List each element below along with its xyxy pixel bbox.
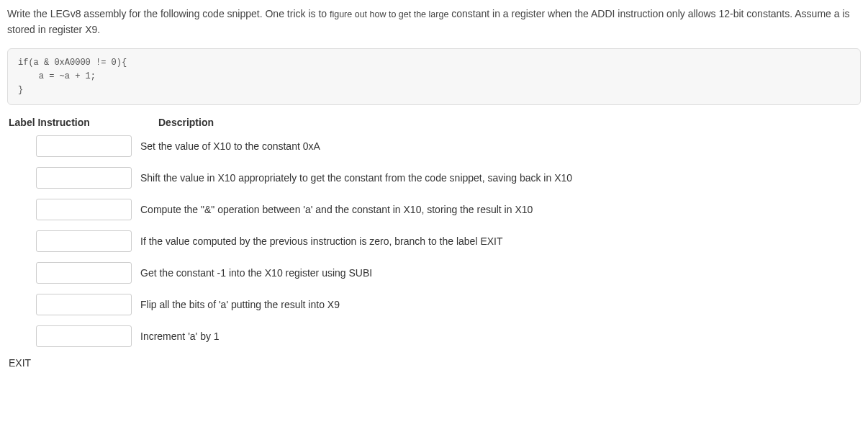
table-row: Get the constant -1 into the X10 registe… bbox=[7, 262, 861, 284]
instruction-input[interactable] bbox=[36, 135, 132, 157]
table-row: Increment 'a' by 1 bbox=[7, 325, 861, 347]
description-cell: Set the value of X10 to the constant 0xA bbox=[140, 140, 861, 152]
code-snippet: if(a & 0xA0000 != 0){ a = ~a + 1; } bbox=[7, 48, 861, 106]
table-row: Compute the "&" operation between 'a' an… bbox=[7, 199, 861, 220]
description-cell: Shift the value in X10 appropriately to … bbox=[140, 172, 861, 184]
question-part1: Write the LEGv8 assembly for the followi… bbox=[7, 8, 330, 19]
description-cell: Flip all the bits of 'a' putting the res… bbox=[140, 299, 861, 310]
exit-label: EXIT bbox=[7, 357, 861, 369]
instruction-input[interactable] bbox=[36, 325, 132, 347]
table-header-row: Label Instruction Description bbox=[7, 117, 861, 128]
description-cell: If the value computed by the previous in… bbox=[140, 235, 861, 247]
instruction-input[interactable] bbox=[36, 199, 132, 220]
table-row: If the value computed by the previous in… bbox=[7, 230, 861, 252]
description-cell: Get the constant -1 into the X10 registe… bbox=[140, 267, 861, 279]
table-row: Shift the value in X10 appropriately to … bbox=[7, 167, 861, 189]
instruction-input[interactable] bbox=[36, 167, 132, 189]
question-text: Write the LEGv8 assembly for the followi… bbox=[7, 6, 861, 38]
instruction-input[interactable] bbox=[36, 294, 132, 315]
table-row: Flip all the bits of 'a' putting the res… bbox=[7, 294, 861, 315]
table-row: Set the value of X10 to the constant 0xA bbox=[7, 135, 861, 157]
description-cell: Increment 'a' by 1 bbox=[140, 330, 861, 342]
header-description: Description bbox=[158, 117, 861, 128]
description-cell: Compute the "&" operation between 'a' an… bbox=[140, 204, 861, 215]
question-part2: figure out how to get the large bbox=[330, 9, 448, 19]
instruction-input[interactable] bbox=[36, 230, 132, 252]
instruction-table: Label Instruction Description Set the va… bbox=[7, 117, 861, 369]
instruction-input[interactable] bbox=[36, 262, 132, 284]
header-label-instruction: Label Instruction bbox=[7, 117, 158, 128]
